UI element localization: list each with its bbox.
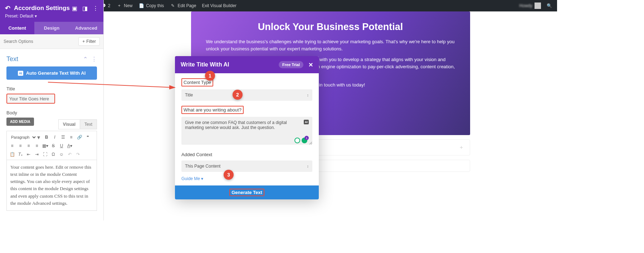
- filter-button[interactable]: +Filter: [78, 37, 100, 46]
- undo-icon[interactable]: ↶: [66, 150, 74, 158]
- back-icon[interactable]: ↶: [5, 4, 10, 12]
- tab-design[interactable]: Design: [34, 22, 69, 34]
- exit-visual-builder[interactable]: Exit Visual Builder: [199, 3, 239, 8]
- textcolor-icon[interactable]: A▾: [66, 142, 74, 150]
- annotation-3: 3: [224, 170, 234, 180]
- guide-me-link[interactable]: Guide Me ▾: [181, 176, 312, 181]
- link-icon[interactable]: 🔗: [75, 133, 83, 141]
- focus-icon[interactable]: ▣: [72, 5, 77, 12]
- page-canvas: Unlock Your Business Potential We unders…: [104, 11, 557, 220]
- ai-modal: Write Title With AI Free Trial ✕ Content…: [175, 56, 319, 199]
- clear-icon[interactable]: Tₓ: [16, 150, 24, 158]
- annotation-1: 1: [205, 71, 215, 81]
- hero-title: Unlock Your Business Potential: [206, 21, 455, 33]
- paste-icon[interactable]: 📋: [8, 150, 16, 158]
- settings-sidebar: ↶ Accordion Settings ▣ ◨ ⋮ Preset: Defau…: [0, 0, 104, 220]
- table-icon[interactable]: ▦▾: [41, 142, 49, 150]
- emoji-icon[interactable]: ☺: [58, 150, 65, 158]
- content-type-select[interactable]: Title: [181, 89, 312, 101]
- collapse-icon[interactable]: ⌃: [83, 56, 88, 63]
- plus-icon: ＋: [459, 144, 464, 151]
- strike-icon[interactable]: S: [49, 142, 57, 150]
- add-media-button[interactable]: ADD MEDIA: [6, 118, 34, 126]
- copy-this[interactable]: 📄Copy this: [135, 3, 167, 9]
- title-input[interactable]: [9, 96, 52, 101]
- expand-icon[interactable]: ◨: [82, 5, 88, 12]
- prompt-label: What are you writing about?: [181, 106, 244, 114]
- search-input[interactable]: [4, 39, 78, 44]
- ol-icon[interactable]: ≡: [67, 133, 75, 141]
- underline-icon[interactable]: U: [58, 142, 65, 150]
- context-label: Added Context: [181, 152, 212, 157]
- generate-button[interactable]: Generate Text: [175, 185, 319, 199]
- quote-icon[interactable]: ❝: [84, 133, 92, 141]
- edit-page[interactable]: ✎Edit Page: [167, 3, 199, 9]
- redo-icon[interactable]: ↷: [74, 150, 82, 158]
- align-justify-icon[interactable]: ≡: [33, 142, 41, 150]
- svg-line-0: [48, 82, 175, 88]
- ai-tag: AI: [304, 120, 309, 124]
- close-icon[interactable]: ✕: [308, 61, 313, 68]
- outdent-icon[interactable]: ⇤: [25, 150, 33, 158]
- align-right-icon[interactable]: ≡: [25, 142, 33, 150]
- section-text: Text: [6, 55, 18, 63]
- context-select[interactable]: This Page Content: [181, 160, 312, 172]
- free-trial-badge[interactable]: Free Trial: [279, 61, 303, 68]
- tab-content[interactable]: Content: [0, 22, 34, 34]
- preset-selector[interactable]: Preset: Default▾: [5, 14, 37, 19]
- editor-toolbar: Paragraph ▾ B I ☰ ≡ 🔗 ❝ ≡ ≡ ≡ ≡ ▦▾ S U A…: [6, 131, 97, 160]
- search-icon[interactable]: 🔍: [544, 3, 555, 8]
- body-label: Body: [6, 110, 97, 115]
- indent-icon[interactable]: ⇥: [33, 150, 41, 158]
- annotation-arrow: [48, 80, 180, 91]
- user-account[interactable]: Howdy: [516, 3, 544, 9]
- editor-tab-text[interactable]: Text: [80, 119, 97, 129]
- title-input-highlight: [6, 94, 55, 104]
- annotation-2: 2: [233, 90, 243, 100]
- auto-generate-button[interactable]: AIAuto Generate Text With AI: [6, 66, 97, 80]
- bold-icon[interactable]: B: [43, 133, 50, 141]
- hero-p1: We understand the business's challenges …: [206, 38, 455, 53]
- align-left-icon[interactable]: ≡: [8, 142, 16, 150]
- editor-body[interactable]: Your content goes here. Edit or remove t…: [6, 160, 97, 211]
- new-content[interactable]: +New: [113, 3, 135, 9]
- grammarly-icon[interactable]: [294, 138, 307, 143]
- sidebar-tabs: Content Design Advanced: [0, 22, 103, 34]
- italic-icon[interactable]: I: [51, 133, 59, 141]
- section-kebab-icon[interactable]: ⋮: [91, 56, 97, 63]
- tab-advanced[interactable]: Advanced: [69, 22, 103, 34]
- sidebar-header: ↶ Accordion Settings ▣ ◨ ⋮ Preset: Defau…: [0, 0, 103, 22]
- sidebar-title: Accordion Settings: [14, 5, 70, 12]
- align-center-icon[interactable]: ≡: [16, 142, 24, 150]
- modal-title: Write Title With AI: [181, 61, 229, 68]
- prompt-textarea[interactable]: Give me one common FAQ that customers of…: [181, 117, 312, 145]
- kebab-icon[interactable]: ⋮: [93, 5, 98, 12]
- paragraph-select[interactable]: Paragraph: [8, 134, 37, 140]
- ul-icon[interactable]: ☰: [59, 133, 67, 141]
- special-icon[interactable]: Ω: [49, 150, 57, 158]
- editor-tab-visual[interactable]: Visual: [58, 119, 80, 129]
- fullscreen-icon[interactable]: ⛶: [41, 150, 49, 158]
